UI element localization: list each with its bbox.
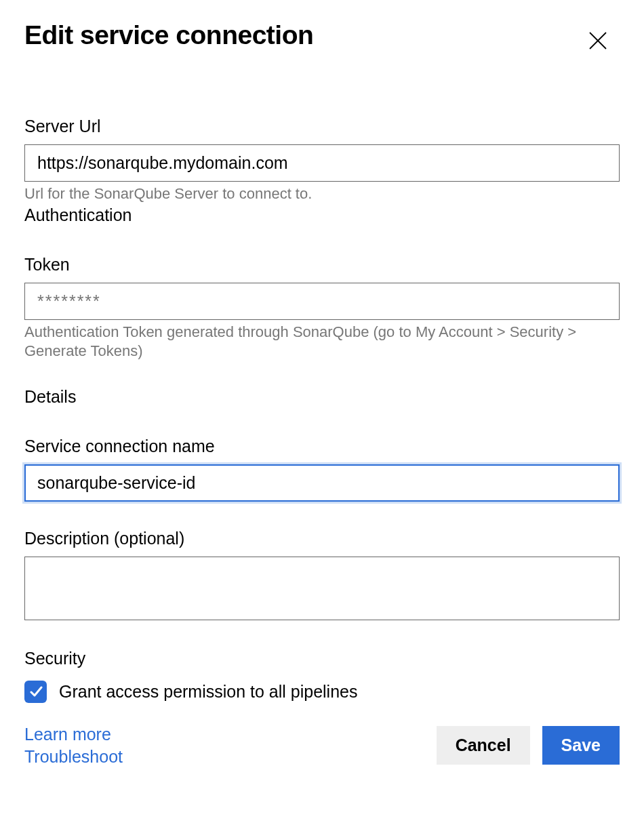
close-icon bbox=[588, 31, 607, 50]
grant-access-label: Grant access permission to all pipelines bbox=[59, 682, 357, 702]
dialog-title: Edit service connection bbox=[24, 20, 313, 50]
token-helper: Authentication Token generated through S… bbox=[24, 323, 620, 361]
grant-access-checkbox[interactable] bbox=[24, 681, 47, 703]
authentication-heading: Authentication bbox=[24, 205, 620, 225]
token-input[interactable] bbox=[24, 283, 620, 320]
description-label: Description (optional) bbox=[24, 529, 620, 548]
description-input[interactable] bbox=[24, 557, 620, 620]
close-button[interactable] bbox=[583, 26, 613, 56]
server-url-helper: Url for the SonarQube Server to connect … bbox=[24, 184, 620, 204]
check-icon bbox=[28, 684, 43, 699]
server-url-label: Server Url bbox=[24, 117, 620, 136]
connection-name-input[interactable] bbox=[24, 464, 620, 502]
save-button[interactable]: Save bbox=[542, 726, 620, 765]
learn-more-link[interactable]: Learn more bbox=[24, 725, 123, 744]
security-heading: Security bbox=[24, 649, 620, 668]
token-label: Token bbox=[24, 255, 620, 275]
cancel-button[interactable]: Cancel bbox=[437, 726, 530, 765]
connection-name-label: Service connection name bbox=[24, 437, 620, 456]
troubleshoot-link[interactable]: Troubleshoot bbox=[24, 747, 123, 767]
details-heading: Details bbox=[24, 387, 620, 407]
server-url-input[interactable] bbox=[24, 144, 620, 182]
